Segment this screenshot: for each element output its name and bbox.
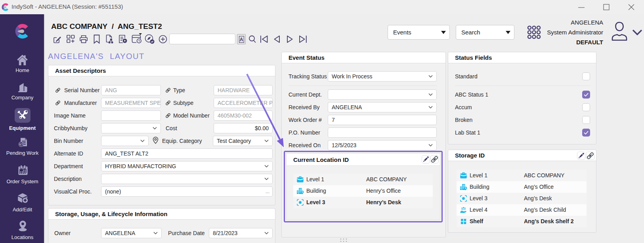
svg-text:$: $: [20, 142, 22, 146]
